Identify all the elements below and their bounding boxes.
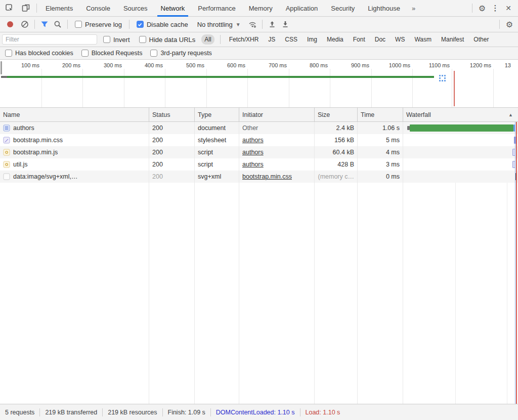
gridline <box>165 69 165 107</box>
filter-type-ws[interactable]: WS <box>392 34 408 45</box>
load-time: Load: 1.10 s <box>306 409 340 416</box>
search-icon[interactable] <box>52 19 63 30</box>
column-header-status[interactable]: Status <box>149 108 195 121</box>
filter-type-media[interactable]: Media <box>324 34 347 45</box>
column-header-initiator[interactable]: Initiator <box>239 108 315 121</box>
cell-size: 156 kB <box>315 134 358 146</box>
cell-type: document <box>195 122 239 134</box>
overview-loading-bar <box>7 76 434 78</box>
finish-time: Finish: 1.09 s <box>168 409 205 416</box>
throttling-dropdown[interactable]: No throttling ▼ <box>193 21 245 28</box>
divider <box>499 20 500 29</box>
tab-security[interactable]: Security <box>324 0 361 17</box>
column-header-size[interactable]: Size <box>315 108 358 121</box>
tab-elements[interactable]: Elements <box>39 0 79 17</box>
divider <box>39 408 40 416</box>
third-party-requests-checkbox[interactable]: 3rd-party requests <box>150 50 211 57</box>
gridline <box>247 69 248 107</box>
tab-memory[interactable]: Memory <box>242 0 279 17</box>
cell-name: data:image/svg+xml,… <box>0 171 149 183</box>
tick-label: 100 ms <box>10 62 39 68</box>
table-row[interactable]: data:image/svg+xml,… 200 svg+xml bootstr… <box>0 171 518 183</box>
throttling-value: No throttling <box>197 21 233 28</box>
filter-type-doc[interactable]: Doc <box>372 34 388 45</box>
initiator-link[interactable]: authors <box>242 149 264 156</box>
gridline <box>82 69 83 107</box>
preserve-log-checkbox[interactable]: Preserve log <box>72 21 125 28</box>
column-header-type[interactable]: Type <box>195 108 239 121</box>
divider <box>34 20 35 29</box>
more-tabs-button[interactable]: » <box>407 0 420 17</box>
disable-cache-checkbox[interactable]: Disable cache <box>134 21 191 28</box>
table-row[interactable]: authors 200 document Other 2.4 kB 1.06 s <box>0 122 518 134</box>
filter-type-all[interactable]: All <box>201 34 214 45</box>
initiator-link[interactable]: authors <box>242 161 264 168</box>
export-har-icon[interactable] <box>280 19 291 30</box>
script-icon <box>3 149 10 156</box>
device-toolbar-icon[interactable] <box>20 3 31 14</box>
filter-type-img[interactable]: Img <box>304 34 320 45</box>
filter-type-fetch-xhr[interactable]: Fetch/XHR <box>226 34 262 45</box>
request-name: bootstrap.min.js <box>13 149 58 156</box>
cell-type: script <box>195 158 239 171</box>
devtools-window: Elements Console Sources Network Perform… <box>0 0 518 420</box>
table-row[interactable]: bootstrap.min.js 200 script authors 60.4… <box>0 146 518 158</box>
filter-type-font[interactable]: Font <box>350 34 368 45</box>
tab-application[interactable]: Application <box>279 0 325 17</box>
initiator-link[interactable]: bootstrap.min.css <box>242 173 292 180</box>
cell-time: 5 ms <box>358 134 403 146</box>
tab-sources[interactable]: Sources <box>117 0 154 17</box>
tab-network[interactable]: Network <box>154 0 192 17</box>
kebab-menu-icon[interactable]: ⋮ <box>490 3 501 14</box>
blocked-requests-checkbox[interactable]: Blocked Requests <box>81 50 143 57</box>
filter-type-css[interactable]: CSS <box>282 34 300 45</box>
cell-status: 200 <box>149 158 195 171</box>
resource-type-filters: All Fetch/XHR JS CSS Img Media Font Doc … <box>201 34 492 45</box>
gridline <box>330 69 330 107</box>
checkbox-checked <box>137 21 144 28</box>
gridline <box>206 69 207 107</box>
panel-tabs: Elements Console Sources Network Perform… <box>39 0 420 17</box>
network-overview-timeline[interactable]: 100 ms 200 ms 300 ms 400 ms 500 ms 600 m… <box>0 60 518 108</box>
column-header-waterfall[interactable]: Waterfall ▲ <box>403 108 518 121</box>
table-row[interactable]: bootstrap.min.css 200 stylesheet authors… <box>0 134 518 146</box>
initiator-link[interactable]: authors <box>242 137 264 144</box>
import-har-icon[interactable] <box>267 19 278 30</box>
waterfall-download-bar <box>410 124 513 132</box>
filter-input[interactable] <box>2 34 97 45</box>
filter-type-js[interactable]: JS <box>265 34 278 45</box>
cell-time: 4 ms <box>358 146 403 158</box>
tab-performance[interactable]: Performance <box>191 0 242 17</box>
cell-waterfall <box>403 122 518 134</box>
table-row[interactable]: util.js 200 script authors 428 B 3 ms <box>0 158 518 171</box>
close-devtools-icon[interactable]: ✕ <box>503 3 514 14</box>
tab-lighthouse[interactable]: Lighthouse <box>361 0 407 17</box>
checkbox-unchecked <box>150 50 157 57</box>
cell-initiator: Other <box>239 122 315 134</box>
network-conditions-icon[interactable] <box>247 19 258 30</box>
network-settings-gear-icon[interactable]: ⚙ <box>504 19 515 30</box>
filter-funnel-icon[interactable] <box>39 19 50 30</box>
column-header-name[interactable]: Name <box>0 108 149 121</box>
cell-name: util.js <box>0 158 149 171</box>
hide-data-urls-checkbox[interactable]: Hide data URLs <box>136 36 199 44</box>
clear-network-log-icon[interactable] <box>19 19 30 30</box>
has-blocked-cookies-checkbox[interactable]: Has blocked cookies <box>5 50 73 57</box>
filter-type-other[interactable]: Other <box>470 34 492 45</box>
checkbox-unchecked <box>75 21 82 28</box>
overview-drag-handle[interactable] <box>1 61 2 74</box>
filter-type-wasm[interactable]: Wasm <box>411 34 435 45</box>
checkbox-unchecked <box>81 50 89 57</box>
divider <box>67 20 68 29</box>
tick-label: 1100 ms <box>420 62 450 68</box>
generic-icon <box>3 173 10 180</box>
invert-checkbox[interactable]: Invert <box>100 36 133 44</box>
cell-waterfall <box>403 134 518 146</box>
inspect-element-icon[interactable] <box>4 3 15 14</box>
column-header-time[interactable]: Time <box>358 108 403 121</box>
tab-console[interactable]: Console <box>79 0 117 17</box>
filter-type-manifest[interactable]: Manifest <box>438 34 467 45</box>
hide-data-urls-label: Hide data URLs <box>149 36 196 44</box>
settings-gear-icon[interactable]: ⚙ <box>477 3 488 14</box>
record-network-log-button[interactable] <box>7 21 13 27</box>
